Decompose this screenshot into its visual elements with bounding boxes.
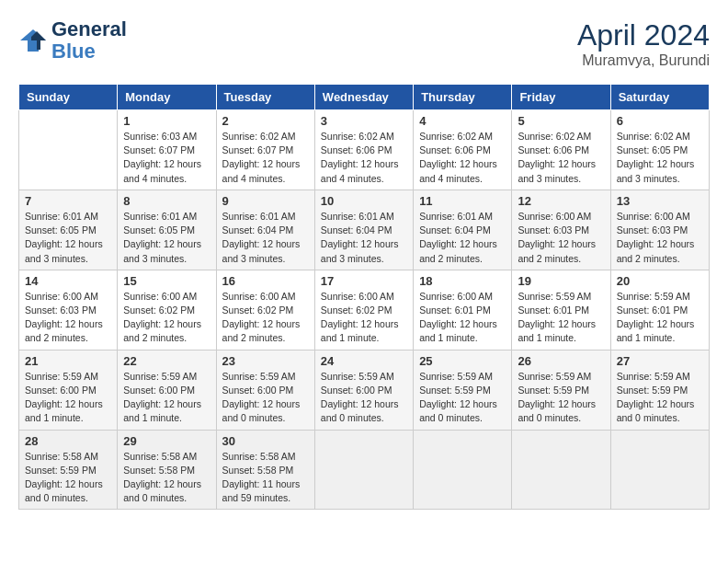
day-number: 3 xyxy=(321,114,407,128)
calendar-cell: 26Sunrise: 5:59 AM Sunset: 5:59 PM Dayli… xyxy=(512,350,610,430)
day-info: Sunrise: 6:00 AM Sunset: 6:03 PM Dayligh… xyxy=(25,290,111,346)
calendar-week-2: 14Sunrise: 6:00 AM Sunset: 6:03 PM Dayli… xyxy=(19,270,710,350)
day-number: 17 xyxy=(321,274,407,288)
day-number: 9 xyxy=(222,194,309,208)
calendar-cell: 29Sunrise: 5:58 AM Sunset: 5:58 PM Dayli… xyxy=(118,430,216,510)
calendar-cell xyxy=(610,430,709,510)
day-info: Sunrise: 5:58 AM Sunset: 5:58 PM Dayligh… xyxy=(222,450,309,506)
calendar-cell: 4Sunrise: 6:02 AM Sunset: 6:06 PM Daylig… xyxy=(414,110,512,190)
col-tuesday: Tuesday xyxy=(216,85,314,110)
month-title: April 2024 xyxy=(577,18,710,52)
day-number: 13 xyxy=(617,194,703,208)
calendar-cell: 21Sunrise: 5:59 AM Sunset: 6:00 PM Dayli… xyxy=(19,350,118,430)
calendar-table: Sunday Monday Tuesday Wednesday Thursday… xyxy=(18,84,710,510)
calendar-cell xyxy=(512,430,610,510)
day-info: Sunrise: 5:59 AM Sunset: 6:00 PM Dayligh… xyxy=(321,370,407,426)
calendar-cell: 7Sunrise: 6:01 AM Sunset: 6:05 PM Daylig… xyxy=(19,190,118,270)
day-info: Sunrise: 5:58 AM Sunset: 5:59 PM Dayligh… xyxy=(25,450,111,506)
col-monday: Monday xyxy=(118,85,216,110)
calendar-cell: 30Sunrise: 5:58 AM Sunset: 5:58 PM Dayli… xyxy=(216,430,314,510)
day-info: Sunrise: 6:00 AM Sunset: 6:03 PM Dayligh… xyxy=(617,210,703,266)
day-info: Sunrise: 6:02 AM Sunset: 6:05 PM Dayligh… xyxy=(617,130,703,186)
day-number: 16 xyxy=(222,274,309,288)
calendar-week-3: 21Sunrise: 5:59 AM Sunset: 6:00 PM Dayli… xyxy=(19,350,710,430)
day-number: 24 xyxy=(321,354,407,368)
calendar-cell: 14Sunrise: 6:00 AM Sunset: 6:03 PM Dayli… xyxy=(19,270,118,350)
day-info: Sunrise: 6:01 AM Sunset: 6:04 PM Dayligh… xyxy=(321,210,407,266)
col-thursday: Thursday xyxy=(414,85,512,110)
calendar-cell: 24Sunrise: 5:59 AM Sunset: 6:00 PM Dayli… xyxy=(314,350,413,430)
calendar-cell: 2Sunrise: 6:02 AM Sunset: 6:07 PM Daylig… xyxy=(216,110,314,190)
day-info: Sunrise: 6:03 AM Sunset: 6:07 PM Dayligh… xyxy=(123,130,210,186)
calendar-body: 1Sunrise: 6:03 AM Sunset: 6:07 PM Daylig… xyxy=(19,110,710,510)
day-info: Sunrise: 6:00 AM Sunset: 6:03 PM Dayligh… xyxy=(518,210,604,266)
calendar-cell: 28Sunrise: 5:58 AM Sunset: 5:59 PM Dayli… xyxy=(19,430,118,510)
calendar-cell: 27Sunrise: 5:59 AM Sunset: 5:59 PM Dayli… xyxy=(610,350,709,430)
calendar-header: Sunday Monday Tuesday Wednesday Thursday… xyxy=(19,85,710,110)
day-number: 26 xyxy=(518,354,604,368)
day-number: 21 xyxy=(25,354,111,368)
day-number: 27 xyxy=(617,354,703,368)
calendar-cell xyxy=(19,110,118,190)
day-info: Sunrise: 5:59 AM Sunset: 6:00 PM Dayligh… xyxy=(123,370,210,426)
calendar-cell: 15Sunrise: 6:00 AM Sunset: 6:02 PM Dayli… xyxy=(118,270,216,350)
day-number: 10 xyxy=(321,194,407,208)
day-info: Sunrise: 5:59 AM Sunset: 5:59 PM Dayligh… xyxy=(617,370,703,426)
calendar-cell: 3Sunrise: 6:02 AM Sunset: 6:06 PM Daylig… xyxy=(314,110,413,190)
day-number: 1 xyxy=(123,114,210,128)
calendar-cell: 11Sunrise: 6:01 AM Sunset: 6:04 PM Dayli… xyxy=(414,190,512,270)
calendar-cell: 20Sunrise: 5:59 AM Sunset: 6:01 PM Dayli… xyxy=(610,270,709,350)
logo-text: General Blue xyxy=(51,18,127,63)
calendar-cell: 18Sunrise: 6:00 AM Sunset: 6:01 PM Dayli… xyxy=(414,270,512,350)
day-number: 7 xyxy=(25,194,111,208)
calendar-cell: 10Sunrise: 6:01 AM Sunset: 6:04 PM Dayli… xyxy=(314,190,413,270)
day-info: Sunrise: 5:59 AM Sunset: 5:59 PM Dayligh… xyxy=(518,370,604,426)
calendar-cell xyxy=(314,430,413,510)
calendar-cell: 5Sunrise: 6:02 AM Sunset: 6:06 PM Daylig… xyxy=(512,110,610,190)
title-block: April 2024 Muramvya, Burundi xyxy=(577,18,710,69)
col-friday: Friday xyxy=(512,85,610,110)
calendar-cell: 13Sunrise: 6:00 AM Sunset: 6:03 PM Dayli… xyxy=(610,190,709,270)
day-number: 2 xyxy=(222,114,309,128)
calendar-cell: 16Sunrise: 6:00 AM Sunset: 6:02 PM Dayli… xyxy=(216,270,314,350)
day-info: Sunrise: 6:02 AM Sunset: 6:06 PM Dayligh… xyxy=(419,130,506,186)
day-number: 28 xyxy=(25,434,111,448)
day-info: Sunrise: 6:00 AM Sunset: 6:02 PM Dayligh… xyxy=(123,290,210,346)
day-number: 20 xyxy=(617,274,703,288)
day-info: Sunrise: 6:02 AM Sunset: 6:07 PM Dayligh… xyxy=(222,130,309,186)
day-number: 30 xyxy=(222,434,309,448)
col-wednesday: Wednesday xyxy=(314,85,413,110)
logo: General Blue xyxy=(18,18,127,63)
day-info: Sunrise: 5:59 AM Sunset: 6:01 PM Dayligh… xyxy=(518,290,604,346)
day-number: 19 xyxy=(518,274,604,288)
day-info: Sunrise: 5:59 AM Sunset: 6:00 PM Dayligh… xyxy=(222,370,309,426)
col-saturday: Saturday xyxy=(610,85,709,110)
day-info: Sunrise: 6:02 AM Sunset: 6:06 PM Dayligh… xyxy=(518,130,604,186)
day-info: Sunrise: 6:01 AM Sunset: 6:05 PM Dayligh… xyxy=(123,210,210,266)
day-number: 22 xyxy=(123,354,210,368)
calendar-week-1: 7Sunrise: 6:01 AM Sunset: 6:05 PM Daylig… xyxy=(19,190,710,270)
header-row: Sunday Monday Tuesday Wednesday Thursday… xyxy=(19,85,710,110)
calendar-cell: 17Sunrise: 6:00 AM Sunset: 6:02 PM Dayli… xyxy=(314,270,413,350)
calendar-cell xyxy=(414,430,512,510)
day-number: 4 xyxy=(419,114,506,128)
calendar-cell: 25Sunrise: 5:59 AM Sunset: 5:59 PM Dayli… xyxy=(414,350,512,430)
day-info: Sunrise: 6:01 AM Sunset: 6:04 PM Dayligh… xyxy=(419,210,506,266)
day-number: 15 xyxy=(123,274,210,288)
day-number: 23 xyxy=(222,354,309,368)
day-number: 12 xyxy=(518,194,604,208)
calendar-cell: 8Sunrise: 6:01 AM Sunset: 6:05 PM Daylig… xyxy=(118,190,216,270)
calendar-cell: 9Sunrise: 6:01 AM Sunset: 6:04 PM Daylig… xyxy=(216,190,314,270)
day-info: Sunrise: 5:59 AM Sunset: 6:00 PM Dayligh… xyxy=(25,370,111,426)
day-number: 6 xyxy=(617,114,703,128)
calendar-cell: 1Sunrise: 6:03 AM Sunset: 6:07 PM Daylig… xyxy=(118,110,216,190)
calendar-week-0: 1Sunrise: 6:03 AM Sunset: 6:07 PM Daylig… xyxy=(19,110,710,190)
day-number: 8 xyxy=(123,194,210,208)
day-info: Sunrise: 6:00 AM Sunset: 6:02 PM Dayligh… xyxy=(321,290,407,346)
day-info: Sunrise: 6:00 AM Sunset: 6:02 PM Dayligh… xyxy=(222,290,309,346)
page-header: General Blue April 2024 Muramvya, Burund… xyxy=(18,18,710,69)
day-info: Sunrise: 5:59 AM Sunset: 6:01 PM Dayligh… xyxy=(617,290,703,346)
day-info: Sunrise: 6:01 AM Sunset: 6:04 PM Dayligh… xyxy=(222,210,309,266)
calendar-cell: 12Sunrise: 6:00 AM Sunset: 6:03 PM Dayli… xyxy=(512,190,610,270)
calendar-cell: 22Sunrise: 5:59 AM Sunset: 6:00 PM Dayli… xyxy=(118,350,216,430)
